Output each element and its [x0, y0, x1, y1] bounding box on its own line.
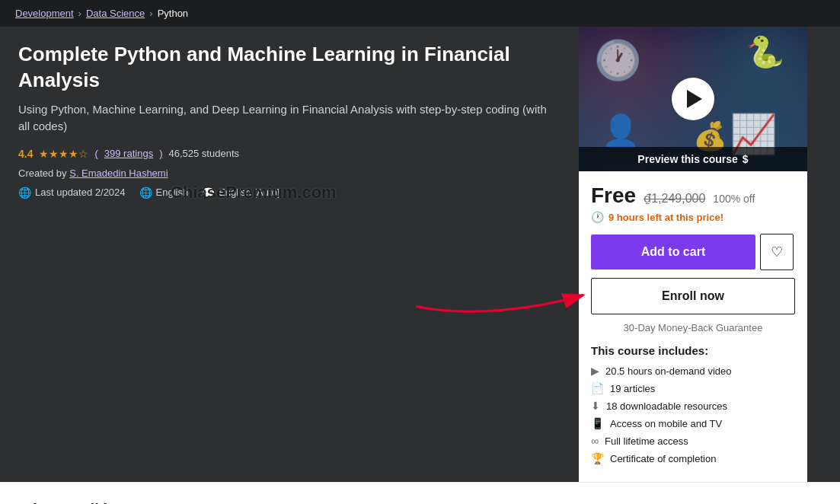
- breadcrumb-sep-1: ›: [78, 8, 81, 19]
- dollar-icon: $: [743, 153, 749, 165]
- students-count: 46,525 students: [168, 148, 239, 159]
- includes-text-4: Full lifetime access: [605, 435, 688, 447]
- money-back-guarantee: 30-Day Money-Back Guarantee: [591, 322, 795, 333]
- calendar-icon: 🌐: [18, 187, 31, 199]
- includes-list: ▶ 20.5 hours on-demand video 📄 19 articl…: [591, 365, 795, 464]
- meta-updated: 🌐 Last updated 2/2024: [18, 187, 126, 199]
- person-decor: 👤: [602, 113, 640, 148]
- price-row: Free ₫1,249,000 100% off: [591, 183, 795, 208]
- rating-paren: ): [159, 148, 162, 159]
- includes-text-2: 18 downloadable resources: [606, 400, 727, 412]
- price-free: Free: [591, 183, 636, 208]
- preview-label: Preview this course $: [579, 147, 807, 171]
- video-icon: ▶: [591, 365, 599, 377]
- meta-captions: 💬 English [Auto]: [202, 187, 279, 199]
- includes-item-1: 📄 19 articles: [591, 382, 795, 394]
- last-updated: Last updated 2/2024: [35, 187, 126, 198]
- bottom-section: What you'll learn ✓ You will be able to …: [0, 482, 840, 504]
- course-preview[interactable]: 🕐 🐍 👤 📈 💰 Preview this course $: [579, 27, 807, 171]
- breadcrumb-sep-2: ›: [149, 8, 152, 19]
- rating-link[interactable]: (: [94, 148, 97, 159]
- mobile-icon: 📱: [591, 417, 604, 429]
- play-button[interactable]: [672, 78, 714, 120]
- timer-text: 9 hours left at this price!: [608, 212, 723, 223]
- main-layout: Complete Python and Machine Learning in …: [0, 27, 840, 482]
- includes-text-3: Access on mobile and TV: [610, 418, 722, 429]
- breadcrumb-development[interactable]: Development: [15, 8, 74, 19]
- learn-title: What you'll learn: [18, 501, 822, 504]
- enroll-now-button[interactable]: Enroll now: [591, 278, 795, 314]
- captions: English [Auto]: [219, 187, 279, 198]
- author-link[interactable]: S. Emadedin Hashemi: [69, 167, 168, 179]
- course-subtitle: Using Python, Machine Learning, and Deep…: [18, 101, 561, 136]
- sidebar-content: Free ₫1,249,000 100% off 🕐 9 hours left …: [579, 171, 807, 482]
- breadcrumb-data-science[interactable]: Data Science: [86, 8, 145, 19]
- breadcrumb-python: Python: [158, 8, 188, 19]
- clock-decor: 🕐: [594, 38, 641, 82]
- globe-icon: 🌐: [139, 187, 152, 199]
- rating-score: 4.4: [18, 148, 33, 160]
- includes-text-5: Certificate of completion: [610, 453, 716, 464]
- lifetime-icon: ∞: [591, 435, 599, 447]
- course-info: Complete Python and Machine Learning in …: [0, 27, 579, 482]
- includes-item-4: ∞ Full lifetime access: [591, 435, 795, 447]
- add-to-cart-button[interactable]: Add to cart: [591, 234, 755, 270]
- learn-section: What you'll learn ✓ You will be able to …: [18, 501, 822, 504]
- python-decor: 🐍: [746, 34, 784, 72]
- includes-title: This course includes:: [591, 344, 795, 357]
- btn-row: Add to cart ♡: [591, 234, 795, 270]
- top-bar: Development › Data Science › Python: [0, 0, 840, 27]
- price-discount: 100% off: [713, 193, 755, 205]
- sidebar: 🕐 🐍 👤 📈 💰 Preview this course $ Free ₫1,…: [579, 27, 807, 482]
- preview-label-text: Preview this course: [637, 153, 738, 165]
- course-includes: This course includes: ▶ 20.5 hours on-de…: [591, 344, 795, 464]
- timer-row: 🕐 9 hours left at this price!: [591, 211, 795, 223]
- includes-text-0: 20.5 hours on-demand video: [605, 365, 732, 377]
- includes-item-2: ⬇ 18 downloadable resources: [591, 400, 795, 412]
- price-original: ₫1,249,000: [644, 191, 705, 206]
- rating-count[interactable]: 399 ratings: [104, 148, 153, 159]
- download-icon: ⬇: [591, 400, 600, 412]
- includes-item-0: ▶ 20.5 hours on-demand video: [591, 365, 795, 377]
- certificate-icon: 🏆: [591, 452, 604, 464]
- includes-item-3: 📱 Access on mobile and TV: [591, 417, 795, 429]
- language: English: [156, 187, 189, 198]
- captions-icon: 💬: [202, 187, 215, 199]
- play-triangle-icon: [687, 90, 702, 108]
- enroll-wrapper: Enroll now: [591, 278, 795, 314]
- stars: ★★★★☆: [39, 148, 88, 160]
- course-title: Complete Python and Machine Learning in …: [18, 42, 561, 94]
- article-icon: 📄: [591, 382, 604, 394]
- wishlist-button[interactable]: ♡: [760, 234, 794, 270]
- meta-row: 🌐 Last updated 2/2024 🌐 English 💬 Englis…: [18, 187, 561, 199]
- meta-language: 🌐 English: [139, 187, 189, 199]
- includes-item-5: 🏆 Certificate of completion: [591, 452, 795, 464]
- rating-row: 4.4 ★★★★☆ (399 ratings) 46,525 students: [18, 148, 561, 160]
- created-by: Created by S. Emadedin Hashemi: [18, 167, 561, 179]
- includes-text-1: 19 articles: [610, 383, 655, 394]
- timer-icon: 🕐: [591, 211, 604, 223]
